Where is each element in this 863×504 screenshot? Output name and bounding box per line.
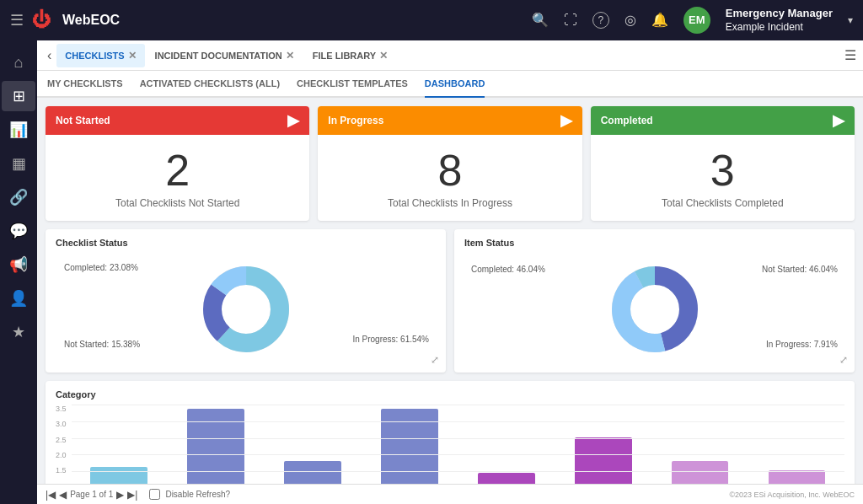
bar-eoc-rect bbox=[381, 409, 438, 484]
first-page-btn[interactable]: |◀ bbox=[46, 489, 56, 501]
disable-refresh-label: Disable Refresh? bbox=[165, 490, 230, 499]
sidebar-item-home[interactable]: ⌂ bbox=[2, 47, 35, 78]
tab-checklists-label: CHECKLISTS bbox=[65, 51, 124, 61]
not-started-arrow[interactable]: ▶ bbox=[287, 111, 299, 130]
completed-arrow[interactable]: ▶ bbox=[833, 111, 844, 130]
sidebar-item-contact[interactable]: 👤 bbox=[2, 283, 35, 314]
bar-general: General Incident Management bbox=[555, 437, 651, 484]
dashboard-content: Not Started ▶ 2 Total Checklists Not Sta… bbox=[37, 98, 863, 484]
completed-header: Completed ▶ bbox=[591, 106, 855, 135]
category-chart-title: Category bbox=[56, 389, 844, 399]
bar-hurricane-rect bbox=[478, 473, 535, 484]
tab-incident-close[interactable]: ✕ bbox=[286, 50, 294, 62]
avatar[interactable]: EM bbox=[683, 7, 710, 34]
checklist-chart-title: Checklist Status bbox=[56, 238, 436, 248]
app-name: WebEOC bbox=[62, 13, 523, 28]
in-progress-card: In Progress ▶ 8 Total Checklists In Prog… bbox=[318, 106, 582, 221]
not-started-body: 2 Total Checklists Not Started bbox=[46, 135, 309, 221]
subtab-my-checklists[interactable]: MY CHECKLISTS bbox=[47, 71, 123, 98]
bars-container: Wildfire Hazardous Substance Daily Opera… bbox=[72, 405, 844, 484]
help-icon[interactable]: ? bbox=[592, 12, 609, 29]
completed-legend: Completed: 23.08% bbox=[64, 263, 138, 272]
svg-point-4 bbox=[224, 287, 268, 331]
search-icon[interactable]: 🔍 bbox=[532, 12, 549, 28]
completed-card: Completed ▶ 3 Total Checklists Completed bbox=[591, 106, 855, 221]
prev-page-btn[interactable]: ◀ bbox=[59, 489, 67, 501]
checklist-donut: Completed: 23.08% Not Started: 15.38% In… bbox=[56, 255, 436, 364]
bar-oil-spill: Oil Spill bbox=[652, 461, 748, 484]
bar-general-rect bbox=[575, 437, 632, 484]
tabbar: ‹ CHECKLISTS ✕ INCIDENT DOCUMENTATION ✕ … bbox=[37, 40, 863, 71]
tab-file-library[interactable]: FILE LIBRARY ✕ bbox=[304, 44, 396, 67]
subtab-templates[interactable]: CHECKLIST TEMPLATES bbox=[297, 71, 408, 98]
category-chart-card: Category 3.5 3.0 2.5 2.0 1.5 1.0 0.5 bbox=[46, 381, 855, 484]
last-page-btn[interactable]: ▶| bbox=[127, 489, 137, 501]
in-progress-count: 8 bbox=[328, 148, 571, 192]
item-status-chart: Item Status Completed: 46.04% Not Starte… bbox=[454, 229, 855, 373]
bell-icon[interactable]: 🔔 bbox=[651, 12, 668, 28]
in-progress-legend: In Progress: 61.54% bbox=[352, 335, 429, 344]
in-progress-desc: Total Checklists In Progress bbox=[328, 197, 571, 209]
subtabbar: MY CHECKLISTS ACTIVATED CHECKLISTS (ALL)… bbox=[37, 71, 863, 98]
user-nav-icon[interactable]: ◎ bbox=[624, 12, 636, 28]
bar-daily-ops-rect bbox=[284, 461, 341, 484]
not-started-legend: Not Started: 15.38% bbox=[64, 340, 140, 349]
in-progress-label: In Progress bbox=[328, 115, 383, 126]
tab-checklists[interactable]: CHECKLISTS ✕ bbox=[56, 44, 144, 67]
subtab-activated-all[interactable]: ACTIVATED CHECKLISTS (ALL) bbox=[140, 71, 280, 98]
sidebar-item-board[interactable]: ⊞ bbox=[2, 81, 35, 111]
user-role: Emergency Manager bbox=[726, 7, 833, 21]
next-page-btn[interactable]: ▶ bbox=[116, 489, 124, 501]
sidebar: ⌂ ⊞ 📊 ▦ 🔗 💬 📢 👤 ★ bbox=[0, 40, 37, 504]
status-cards-row: Not Started ▶ 2 Total Checklists Not Sta… bbox=[46, 106, 855, 221]
in-progress-body: 8 Total Checklists In Progress bbox=[318, 135, 582, 221]
sidebar-item-message[interactable]: 💬 bbox=[2, 216, 35, 246]
item-completed-legend: Completed: 46.04% bbox=[471, 265, 545, 274]
item-chart-expand[interactable]: ⤢ bbox=[839, 354, 848, 366]
sidebar-item-dashboard[interactable]: ▦ bbox=[2, 148, 35, 179]
bar-hazardous: Hazardous Substance bbox=[168, 409, 263, 484]
completed-body: 3 Total Checklists Completed bbox=[591, 135, 855, 221]
tabbar-menu-icon[interactable]: ☰ bbox=[844, 47, 856, 63]
bar-daily-ops: Daily Operations bbox=[265, 461, 360, 484]
not-started-desc: Total Checklists Not Started bbox=[56, 197, 299, 209]
svg-point-9 bbox=[633, 287, 677, 331]
hamburger-icon[interactable]: ☰ bbox=[10, 11, 24, 29]
tab-incident[interactable]: INCIDENT DOCUMENTATION ✕ bbox=[147, 44, 303, 67]
topnav: ☰ ⏻ WebEOC 🔍 ⛶ ? ◎ 🔔 EM Emergency Manage… bbox=[0, 0, 863, 40]
subtab-dashboard[interactable]: DASHBOARD bbox=[425, 71, 485, 98]
bar-eoc: EOC Activation bbox=[362, 409, 457, 484]
bar-other: Other bbox=[749, 470, 844, 484]
category-chart-body: 3.5 3.0 2.5 2.0 1.5 1.0 0.5 bbox=[56, 405, 844, 484]
bar-hurricane: Hurricane bbox=[458, 473, 554, 484]
user-incident: Example Incident bbox=[726, 21, 833, 35]
footer-nav: |◀ ◀ Page 1 of 1 ▶ ▶| bbox=[46, 489, 137, 501]
in-progress-arrow[interactable]: ▶ bbox=[560, 111, 572, 130]
checklist-chart-expand[interactable]: ⤢ bbox=[431, 354, 439, 366]
not-started-header: Not Started ▶ bbox=[46, 106, 309, 135]
logo-icon: ⏻ bbox=[32, 9, 51, 31]
sidebar-item-broadcast[interactable]: 📢 bbox=[2, 249, 35, 280]
expand-icon[interactable]: ⛶ bbox=[564, 13, 577, 28]
page-info: Page 1 of 1 bbox=[70, 490, 113, 499]
bar-wildfire: Wildfire bbox=[72, 467, 167, 484]
bar-hazardous-rect bbox=[187, 409, 244, 484]
sidebar-item-link[interactable]: 🔗 bbox=[2, 182, 35, 212]
bars-area: Wildfire Hazardous Substance Daily Opera… bbox=[72, 405, 844, 484]
tab-file-close[interactable]: ✕ bbox=[379, 50, 388, 62]
donut-charts-row: Checklist Status bbox=[46, 229, 855, 373]
tab-checklists-close[interactable]: ✕ bbox=[128, 50, 137, 62]
in-progress-header: In Progress ▶ bbox=[318, 106, 582, 135]
sidebar-item-chart[interactable]: 📊 bbox=[2, 115, 35, 145]
checklist-donut-svg bbox=[187, 255, 305, 364]
completed-count: 3 bbox=[601, 148, 844, 192]
completed-label: Completed bbox=[601, 115, 653, 126]
sidebar-item-star[interactable]: ★ bbox=[2, 317, 35, 347]
item-donut: Completed: 46.04% Not Started: 46.04% In… bbox=[464, 255, 844, 364]
main-content: ‹ CHECKLISTS ✕ INCIDENT DOCUMENTATION ✕ … bbox=[37, 40, 863, 504]
disable-refresh-checkbox[interactable] bbox=[149, 489, 160, 500]
user-menu-chevron[interactable]: ▾ bbox=[848, 14, 853, 26]
tab-incident-label: INCIDENT DOCUMENTATION bbox=[155, 51, 282, 61]
tab-prev-icon[interactable]: ‹ bbox=[44, 48, 55, 63]
tab-file-label: FILE LIBRARY bbox=[313, 51, 376, 61]
